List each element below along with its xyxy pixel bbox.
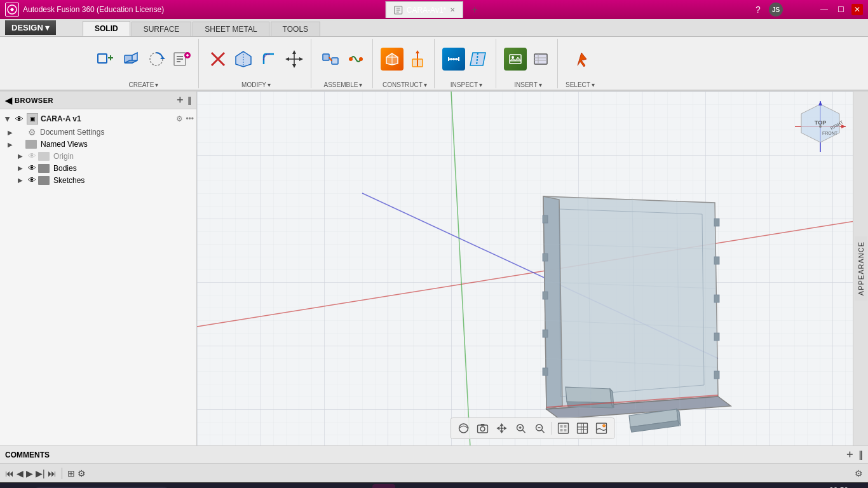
- bodies-eye[interactable]: 👁: [25, 163, 38, 173]
- end-btn[interactable]: ⏭: [48, 468, 57, 478]
- named-views-arrow: ▶: [5, 141, 15, 148]
- grid-icon[interactable]: [574, 419, 592, 437]
- comments-collapse-btn[interactable]: ‖: [858, 450, 863, 460]
- comments-add-btn[interactable]: ＋: [844, 448, 855, 461]
- create-group: CREATE ▾: [89, 39, 199, 88]
- browser-panel-toggle[interactable]: ‖: [187, 96, 191, 105]
- fillet-icon[interactable]: [257, 48, 280, 71]
- construct-group: CONSTRUCT ▾: [376, 39, 435, 88]
- title-right: ? JS — ☐ ✕: [752, 3, 863, 17]
- root-options-icon[interactable]: •••: [186, 114, 194, 123]
- play-btn[interactable]: ▶: [26, 468, 33, 478]
- rewind-btn[interactable]: ◀: [17, 468, 24, 478]
- orbit-icon[interactable]: [455, 419, 473, 437]
- select-main-icon[interactable]: [569, 48, 592, 71]
- taskbar-explorer-app[interactable]: [300, 484, 323, 489]
- next-btn[interactable]: ▶|: [36, 468, 45, 478]
- account-btn[interactable]: JS: [769, 3, 783, 17]
- design-button[interactable]: DESIGN ▾: [5, 20, 56, 35]
- root-eye[interactable]: 👁: [13, 114, 25, 124]
- appearance-button[interactable]: APPEARANCE: [855, 236, 867, 301]
- assemble-group: ASSEMBLE ▾: [314, 39, 373, 88]
- delete-icon[interactable]: [207, 48, 229, 71]
- tree-sketches[interactable]: ▶ 👁 Sketches: [0, 174, 196, 186]
- taskbar-dropbox-app[interactable]: [276, 484, 299, 489]
- tab-solid[interactable]: SOLID: [83, 21, 130, 36]
- maximize-btn[interactable]: ☐: [835, 4, 846, 15]
- construct-main-icon[interactable]: [381, 48, 403, 71]
- modify-label-text: MODIFY: [241, 81, 266, 88]
- new-component-icon[interactable]: [94, 48, 117, 71]
- origin-eye[interactable]: 👁: [25, 151, 38, 161]
- taskbar-office-app[interactable]: ⬡: [227, 484, 250, 489]
- display-mode-icon[interactable]: [555, 419, 573, 437]
- tab-close-btn[interactable]: ✕: [450, 6, 455, 13]
- construct-label[interactable]: CONSTRUCT ▾: [383, 81, 427, 88]
- taskbar-fusion-app[interactable]: F: [372, 484, 395, 489]
- sketches-eye[interactable]: 👁: [25, 175, 38, 185]
- assemble-label[interactable]: ASSEMBLE ▾: [324, 81, 363, 88]
- canvas-icon[interactable]: [529, 48, 552, 71]
- tree-root[interactable]: ▶ 👁 ▣ CARA-A v1 ⚙ •••: [0, 112, 196, 126]
- tree-doc-settings[interactable]: ▶ ⚙ Document Settings: [0, 126, 196, 139]
- create-label[interactable]: CREATE ▾: [129, 81, 159, 88]
- browser-add-btn[interactable]: ＋: [175, 93, 185, 107]
- new-tab-btn[interactable]: ＋: [467, 2, 482, 17]
- measure-icon[interactable]: [442, 48, 465, 71]
- task-view-btn[interactable]: [175, 484, 198, 489]
- revolve-icon[interactable]: [145, 48, 168, 71]
- start-button[interactable]: [3, 484, 28, 489]
- tab-sheet-metal[interactable]: SHEET METAL: [193, 22, 269, 36]
- tree-bodies[interactable]: ▶ 👁 Bodies: [0, 162, 196, 174]
- construct-axis-icon[interactable]: [406, 48, 429, 71]
- viewport[interactable]: TOP FRONT RIGHT: [197, 92, 868, 445]
- select-label-text: SELECT: [566, 81, 590, 88]
- taskbar-edge-app[interactable]: [252, 484, 275, 489]
- minimize-btn[interactable]: —: [818, 4, 830, 15]
- prev-frame-btn[interactable]: ⏮: [5, 468, 14, 478]
- timeline-icon[interactable]: ⊞: [67, 468, 75, 478]
- nav-cube[interactable]: TOP FRONT RIGHT: [792, 98, 849, 155]
- comments-label: COMMENTS: [5, 451, 50, 459]
- help-btn[interactable]: ?: [752, 4, 764, 15]
- modify-label[interactable]: MODIFY ▾: [241, 81, 271, 88]
- root-arrow-open: ▶: [4, 114, 11, 124]
- tree-origin[interactable]: ▶ 👁 Origin: [0, 150, 196, 162]
- insert-label[interactable]: INSERT ▾: [514, 81, 542, 88]
- zoom-out-icon[interactable]: [531, 419, 549, 437]
- settings-icon-status[interactable]: ⚙: [78, 468, 86, 478]
- tab-surface[interactable]: SURFACE: [132, 22, 192, 36]
- select-label[interactable]: SELECT ▾: [566, 81, 595, 88]
- close-btn[interactable]: ✕: [851, 4, 863, 15]
- active-tab[interactable]: CARA-Av1* ✕: [386, 1, 463, 18]
- inspect-label[interactable]: INSPECT ▾: [451, 81, 482, 88]
- doc-settings-gear[interactable]: ⚙: [28, 127, 36, 137]
- camera-icon[interactable]: [474, 419, 492, 437]
- motion-link-icon[interactable]: [344, 48, 367, 71]
- tree-named-views[interactable]: ▶ Named Views: [0, 139, 196, 150]
- svg-rect-111: [564, 429, 567, 431]
- zoom-in-icon[interactable]: [512, 419, 530, 437]
- environment-icon[interactable]: [593, 419, 611, 437]
- root-settings-icon[interactable]: ⚙: [176, 114, 183, 123]
- svg-rect-108: [560, 425, 563, 428]
- settings-gear-btn[interactable]: ⚙: [855, 468, 863, 478]
- app-icon: [5, 3, 19, 17]
- extrude-icon[interactable]: [119, 48, 142, 71]
- pan-icon[interactable]: [493, 419, 511, 437]
- taskbar-chrome-app[interactable]: [397, 484, 419, 489]
- svg-rect-112: [578, 423, 588, 433]
- taskbar-sketch-app[interactable]: S: [348, 484, 371, 489]
- section-analysis-icon[interactable]: [468, 48, 491, 71]
- taskbar-mail-app[interactable]: [324, 484, 347, 489]
- taskbar-store-app[interactable]: [203, 484, 226, 489]
- sketch-icon[interactable]: [170, 48, 193, 71]
- tab-tools[interactable]: TOOLS: [271, 22, 320, 36]
- push-pull-icon[interactable]: [232, 48, 255, 71]
- browser-collapse-icon[interactable]: ◀: [5, 95, 12, 105]
- joint-icon[interactable]: [319, 48, 342, 71]
- insert-main-icon[interactable]: [504, 48, 527, 71]
- tab-tools-label: TOOLS: [283, 25, 308, 34]
- move-icon[interactable]: [283, 48, 306, 71]
- clock-time: 09:50: [817, 486, 848, 488]
